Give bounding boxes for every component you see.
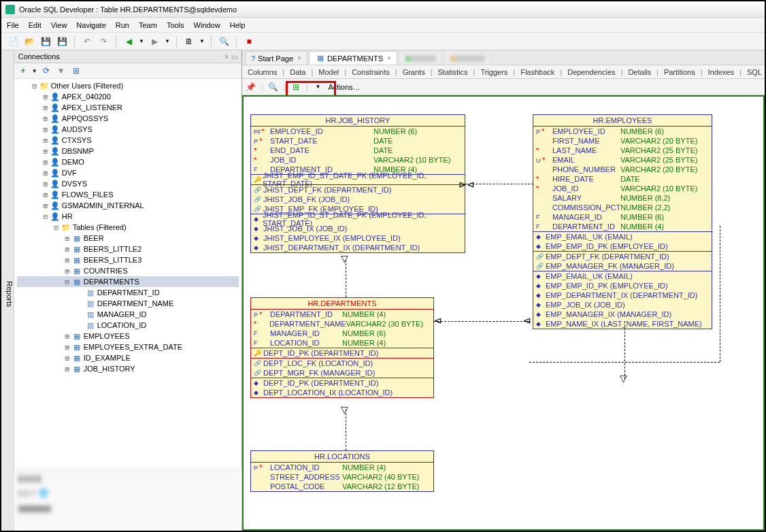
sql-dropdown-icon[interactable]: ▼ <box>199 35 205 48</box>
tree-column[interactable]: ▥DEPARTMENT_NAME <box>17 298 239 309</box>
stop-icon[interactable]: ■ <box>243 35 255 48</box>
expand-icon[interactable]: ⊞ <box>41 125 50 134</box>
tree-table[interactable]: ⊞▦COUNTRIES <box>17 265 239 276</box>
subtab-sql[interactable]: SQL <box>744 67 765 77</box>
tree-table[interactable]: ⊞▦BEER <box>17 233 239 244</box>
menu-file[interactable]: File <box>7 21 19 29</box>
tab-departments[interactable]: ▦DEPARTMENTS× <box>309 51 397 65</box>
schema-tool-icon[interactable]: ⊞ <box>290 81 302 93</box>
tree-table[interactable]: ⊞▦BEERS_LITTLE2 <box>17 244 239 254</box>
expand-icon[interactable]: ⊞ <box>63 365 71 373</box>
expand-icon[interactable]: ⊞ <box>63 234 71 243</box>
model-canvas[interactable]: HR.JOB_HISTORY PF*EMPLOYEE_IDNUMBER (6)P… <box>242 95 765 531</box>
find-icon[interactable]: 🔍 <box>218 35 230 48</box>
tree-user[interactable]: ⊞👤DBSNMP <box>17 146 239 156</box>
tree-table[interactable]: ⊞▦JOB_HISTORY <box>17 363 239 374</box>
tree-user[interactable]: ⊞👤AUDSYS <box>17 124 239 135</box>
menu-team[interactable]: Team <box>139 21 157 29</box>
tree-table[interactable]: ⊞▦BEERS_LITTLE3 <box>17 254 239 265</box>
expand-icon[interactable]: ⊞ <box>63 267 71 276</box>
undo-icon[interactable]: ↶ <box>81 35 93 48</box>
filter-icon[interactable]: ▼ <box>55 65 67 77</box>
forward-dropdown-icon[interactable]: ▼ <box>165 35 170 48</box>
tree-departments[interactable]: ⊟▦DEPARTMENTS <box>17 276 239 287</box>
subtab-triggers[interactable]: Triggers <box>478 67 510 77</box>
tree-user[interactable]: ⊞👤CTXSYS <box>17 135 239 146</box>
expand-icon[interactable]: ⊟ <box>63 278 71 286</box>
subtab-columns[interactable]: Columns <box>245 67 280 77</box>
back-dropdown-icon[interactable]: ▼ <box>139 35 144 48</box>
expand-icon[interactable]: ⊞ <box>41 180 50 188</box>
expand-icon[interactable]: ⊞ <box>41 114 50 123</box>
expand-icon[interactable]: ⊞ <box>63 245 71 254</box>
menu-edit[interactable]: Edit <box>29 21 41 29</box>
expand-icon[interactable]: ⊞ <box>41 201 50 210</box>
expand-icon[interactable]: ⊞ <box>41 93 50 101</box>
menu-navigate[interactable]: Navigate <box>76 21 105 29</box>
expand-icon[interactable]: ⊞ <box>63 332 71 341</box>
back-icon[interactable]: ◀ <box>122 35 135 48</box>
expand-icon[interactable]: ⊞ <box>63 256 71 265</box>
subtab-statistics[interactable]: Statistics <box>435 67 471 77</box>
expand-icon[interactable]: ⊞ <box>41 136 50 145</box>
tree-user[interactable]: ⊞👤APPQOSSYS <box>17 113 239 124</box>
subtab-constraints[interactable]: Constraints <box>349 67 393 77</box>
subtab-model[interactable]: Model <box>316 67 342 77</box>
entity-employees[interactable]: HR.EMPLOYEES P *EMPLOYEE_IDNUMBER (6)FIR… <box>533 114 712 329</box>
expand-icon[interactable]: ⊞ <box>63 343 71 352</box>
tree-column[interactable]: ▥MANAGER_ID <box>17 309 239 320</box>
subtab-partitions[interactable]: Partitions <box>661 67 698 77</box>
zoom-icon[interactable]: 🔍 <box>267 81 280 93</box>
refresh-icon[interactable]: ⟳ <box>40 65 52 77</box>
close-icon[interactable]: × <box>297 54 301 62</box>
tree-table[interactable]: ⊞▦EMPLOYEES_EXTRA_DATE <box>17 342 239 352</box>
expand-icon[interactable]: ⊟ <box>41 212 50 221</box>
expand-icon[interactable]: ⊞ <box>63 354 71 363</box>
forward-icon[interactable]: ▶ <box>148 35 161 48</box>
pin-icon[interactable]: 📌 <box>245 81 257 93</box>
subtab-flashback[interactable]: Flashback <box>518 67 557 77</box>
dropdown-icon[interactable]: ▼ <box>312 81 324 93</box>
subtab-dependencies[interactable]: Dependencies <box>565 67 618 77</box>
tree-table[interactable]: ⊞▦EMPLOYEES <box>17 331 239 342</box>
expand-icon[interactable]: ⊞ <box>41 158 50 167</box>
entity-locations[interactable]: HR.LOCATIONS P *LOCATION_IDNUMBER (4)STR… <box>250 450 434 492</box>
sql-icon[interactable]: 🗎 <box>183 35 195 48</box>
redo-icon[interactable]: ↷ <box>97 35 110 48</box>
tree-user[interactable]: ⊞👤DEMO <box>17 156 239 167</box>
menu-help[interactable]: Help <box>230 21 246 29</box>
tree-column[interactable]: ▥LOCATION_ID <box>17 320 239 331</box>
subtab-data[interactable]: Data <box>287 67 308 77</box>
tree-column[interactable]: ▥DEPARTMENT_ID <box>17 287 239 298</box>
connections-tree[interactable]: ⊟📁Other Users (Filtered) ⊞👤APEX_040200⊞👤… <box>14 79 242 469</box>
tree-other-users[interactable]: Other Users (Filtered) <box>51 82 123 90</box>
tree-user[interactable]: ⊞👤APEX_040200 <box>17 91 239 102</box>
add-dropdown-icon[interactable]: ▼ <box>32 65 37 77</box>
entity-departments[interactable]: HR.DEPARTMENTS P *DEPARTMENT_IDNUMBER (4… <box>250 297 434 398</box>
new-icon[interactable]: 📄 <box>7 35 19 48</box>
close-icon[interactable]: × <box>387 54 391 62</box>
expand-icon[interactable]: ⊟ <box>52 223 61 232</box>
tree-table[interactable]: ⊞▦ID_EXAMPLE <box>17 352 239 363</box>
schema-icon[interactable]: ⊞ <box>70 65 82 77</box>
expand-icon[interactable]: ⊞ <box>41 190 50 199</box>
subtab-indexes[interactable]: Indexes <box>705 67 737 77</box>
tree-user[interactable]: ⊞👤DVF <box>17 167 239 178</box>
tree-user[interactable]: ⊞👤FLOWS_FILES <box>17 189 239 200</box>
expand-icon[interactable]: ⊞ <box>41 147 50 156</box>
save-all-icon[interactable]: 💾 <box>56 35 68 48</box>
subtab-grants[interactable]: Grants <box>400 67 428 77</box>
menu-run[interactable]: Run <box>116 21 129 29</box>
menu-window[interactable]: Window <box>194 21 220 29</box>
reports-rail[interactable]: Reports <box>1 50 14 531</box>
tree-tables[interactable]: Tables (Filtered) <box>73 223 127 231</box>
entity-job-history[interactable]: HR.JOB_HISTORY PF*EMPLOYEE_IDNUMBER (6)P… <box>250 114 465 253</box>
tree-user[interactable]: ⊞👤GSMADMIN_INTERNAL <box>17 200 239 211</box>
menu-view[interactable]: View <box>51 21 67 29</box>
minimize-icon[interactable]: × <box>224 53 229 61</box>
actions-button[interactable]: Actions… <box>329 83 361 91</box>
add-connection-icon[interactable]: + <box>17 65 29 77</box>
tab-start-page[interactable]: ?Start Page× <box>245 51 307 65</box>
tree-hr[interactable]: HR <box>62 212 73 220</box>
menu-tools[interactable]: Tools <box>167 21 184 29</box>
